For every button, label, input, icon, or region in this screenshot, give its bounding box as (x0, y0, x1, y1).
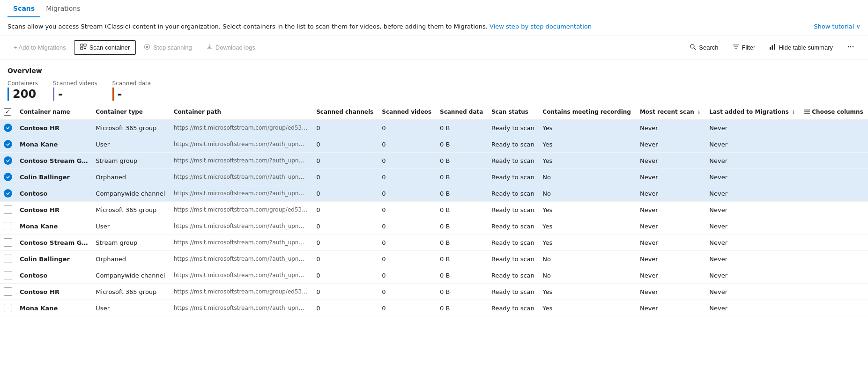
row-checkbox[interactable] (0, 234, 16, 251)
cell-name: Contoso HR (16, 284, 92, 300)
cell-meeting: No (539, 267, 636, 284)
col-header-videos: Scanned videos (378, 104, 436, 120)
cell-data: 0 B (436, 267, 488, 284)
table-row[interactable]: ContosoCompanywide channelhttps://msit.m… (0, 185, 868, 202)
download-logs-button[interactable]: Download logs (200, 40, 261, 55)
cell-videos: 0 (378, 153, 436, 169)
col-header-recent[interactable]: Most recent scan ↓ (636, 104, 705, 120)
cell-recent: Never (636, 284, 705, 300)
cell-choose (801, 218, 868, 234)
col-label-recent[interactable]: Most recent scan ↓ (640, 109, 702, 115)
row-checkbox[interactable] (0, 267, 16, 284)
cell-status: Ready to scan (488, 234, 539, 251)
row-checkbox[interactable] (0, 300, 16, 316)
cell-data: 0 B (436, 153, 488, 169)
checkbox-unchecked (4, 271, 12, 279)
cell-videos: 0 (378, 251, 436, 267)
cell-last_added: Never (705, 136, 801, 153)
cell-name: Colin Ballinger (16, 251, 92, 267)
table-row[interactable]: Mona KaneUserhttps://msit.microsoftstrea… (0, 136, 868, 153)
search-label: Search (699, 44, 718, 51)
cell-status: Ready to scan (488, 202, 539, 218)
cell-path: https://msit.microsoftstream.com/group/e… (170, 120, 312, 136)
tab-migrations[interactable]: Migrations (40, 0, 86, 17)
col-label-last_added[interactable]: Last added to Migrations ↓ (709, 109, 797, 115)
row-checkbox[interactable] (0, 185, 16, 202)
table-row[interactable]: Colin BallingerOrphanedhttps://msit.micr… (0, 169, 868, 185)
col-header-channels: Scanned channels (312, 104, 378, 120)
doc-link[interactable]: View step by step documentation (490, 23, 592, 30)
col-label-type: Container type (96, 109, 166, 115)
cell-videos: 0 (378, 136, 436, 153)
cell-last_added: Never (705, 218, 801, 234)
cell-data: 0 B (436, 218, 488, 234)
row-checkbox[interactable] (0, 284, 16, 300)
col-header-last_added[interactable]: Last added to Migrations ↓ (705, 104, 801, 120)
checkbox-unchecked (4, 238, 12, 247)
show-tutorial-btn[interactable]: Show tutorial ∨ (814, 23, 861, 30)
cell-videos: 0 (378, 169, 436, 185)
col-header-type: Container type (92, 104, 170, 120)
cell-name: Colin Ballinger (16, 169, 92, 185)
cell-last_added: Never (705, 153, 801, 169)
row-checkbox[interactable] (0, 218, 16, 234)
col-label-path: Container path (174, 109, 309, 115)
sort-arrow: ↓ (792, 110, 795, 115)
cell-data: 0 B (436, 202, 488, 218)
cell-choose (801, 267, 868, 284)
add-migrations-button[interactable]: + Add to Migrations (7, 41, 72, 54)
scan-container-button[interactable]: Scan container (74, 40, 136, 55)
row-checkbox[interactable] (0, 136, 16, 153)
cell-meeting: No (539, 185, 636, 202)
chevron-icon: ∨ (856, 23, 861, 30)
row-checkbox[interactable] (0, 153, 16, 169)
filter-button[interactable]: Filter (727, 40, 762, 55)
cell-data: 0 B (436, 251, 488, 267)
cell-channels: 0 (312, 267, 378, 284)
table-row[interactable]: Contoso HRMicrosoft 365 grouphttps://msi… (0, 202, 868, 218)
col-header-choose[interactable]: Choose columns (801, 104, 868, 120)
info-bar: Scans allow you access Stream (Classic) … (0, 17, 868, 36)
search-icon (690, 44, 696, 51)
table-row[interactable]: Mona KaneUserhttps://msit.microsoftstrea… (0, 218, 868, 234)
checkbox-unchecked (4, 222, 12, 230)
choose-columns-btn[interactable]: Choose columns (804, 109, 864, 115)
row-checkbox[interactable] (0, 202, 16, 218)
row-checkbox[interactable] (0, 169, 16, 185)
checkbox-unchecked (4, 304, 12, 312)
checkbox-checked (4, 173, 12, 181)
cell-recent: Never (636, 267, 705, 284)
row-checkbox[interactable] (0, 120, 16, 136)
tab-scans[interactable]: Scans (7, 0, 40, 17)
hide-table-summary-button[interactable]: Hide table summary (763, 40, 839, 55)
table-row[interactable]: Mona KaneUserhttps://msit.microsoftstrea… (0, 300, 868, 316)
table-row[interactable]: Contoso Stream GroupStream grouphttps://… (0, 153, 868, 169)
table-row[interactable]: Contoso HRMicrosoft 365 grouphttps://msi… (0, 284, 868, 300)
filter-label: Filter (742, 44, 756, 51)
cell-name: Contoso Stream Group (16, 234, 92, 251)
cell-videos: 0 (378, 202, 436, 218)
cell-name: Mona Kane (16, 136, 92, 153)
more-button[interactable] (841, 40, 861, 55)
cell-recent: Never (636, 300, 705, 316)
cell-name: Contoso HR (16, 202, 92, 218)
overview-card-value: - (112, 88, 151, 101)
cell-name: Mona Kane (16, 300, 92, 316)
col-label-status: Scan status (491, 109, 535, 115)
cell-recent: Never (636, 120, 705, 136)
stop-scanning-button[interactable]: Stop scanning (138, 40, 198, 55)
search-button[interactable]: Search (683, 40, 724, 55)
table-row[interactable]: Colin BallingerOrphanedhttps://msit.micr… (0, 251, 868, 267)
cell-recent: Never (636, 202, 705, 218)
download-logs-label: Download logs (215, 44, 255, 51)
select-all-checkbox[interactable]: ✓ (4, 108, 11, 116)
col-header-check: ✓ (0, 104, 16, 120)
cell-choose (801, 234, 868, 251)
col-header-meeting: Contains meeting recording (539, 104, 636, 120)
row-checkbox[interactable] (0, 251, 16, 267)
table-row[interactable]: Contoso Stream GroupStream grouphttps://… (0, 234, 868, 251)
cell-last_added: Never (705, 169, 801, 185)
col-header-name: Container name (16, 104, 92, 120)
table-row[interactable]: ContosoCompanywide channelhttps://msit.m… (0, 267, 868, 284)
table-row[interactable]: Contoso HRMicrosoft 365 grouphttps://msi… (0, 120, 868, 136)
